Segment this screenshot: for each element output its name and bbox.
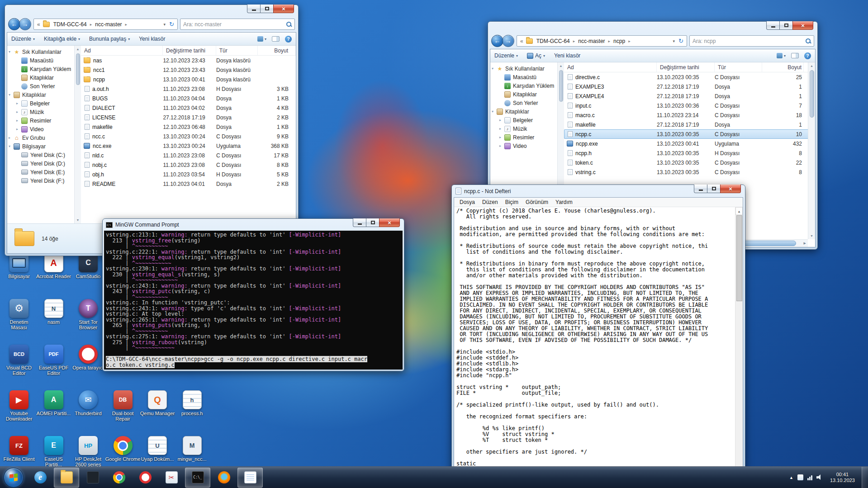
expand-arrow-icon[interactable]: ▾ <box>9 93 14 97</box>
taskbar-button[interactable] <box>211 468 237 488</box>
table-row[interactable]: makefile 12.10.2023 06:48 Dosya 1 KB <box>81 122 296 132</box>
desktop-icon[interactable]: E EaseUS Partiti... <box>37 436 71 467</box>
minimize-button[interactable] <box>353 218 366 227</box>
sidebar-scrollbar[interactable]: ▲ ▼ <box>74 46 81 223</box>
tray-app-icon[interactable] <box>797 474 803 480</box>
table-row[interactable]: README 11.10.2023 04:01 Dosya 2 KB <box>81 179 296 189</box>
desktop-icon[interactable]: M mingw_ncc... <box>175 436 209 462</box>
sidebar-item[interactable]: Kitaplıklar <box>490 90 557 99</box>
minimize-button[interactable] <box>766 21 780 30</box>
table-row[interactable]: LICENSE 27.12.2018 17:19 Dosya 2 KB <box>81 113 296 122</box>
desktop-icon[interactable]: h process.h <box>175 390 209 416</box>
desktop-icon[interactable]: ⚙ Denetim Masası <box>2 299 36 330</box>
taskbar-button[interactable] <box>133 468 158 488</box>
sidebar-item[interactable]: ▾ Bilgisayar <box>7 142 74 151</box>
sidebar-item[interactable]: Yerel Disk (F:) <box>7 176 74 185</box>
table-row[interactable]: vstring.c 13.10.2023 00:35 C Dosyası 8 <box>564 167 815 177</box>
scroll-down-icon[interactable]: ▼ <box>810 232 813 239</box>
desktop-icon[interactable]: BCD Visual BCD Editor <box>2 345 36 376</box>
table-row[interactable]: ncc.c 13.10.2023 00:24 C Dosyası 9 KB <box>81 132 296 141</box>
desktop-icon[interactable]: FZ FileZilla Client <box>2 436 36 462</box>
network-icon[interactable] <box>807 475 812 480</box>
breadcrumb-label[interactable]: ncpp <box>612 38 626 44</box>
sidebar-item[interactable]: Kitaplıklar <box>7 73 74 82</box>
column-header[interactable]: Değiştirme tarihi <box>163 46 216 55</box>
desktop-icon[interactable]: PDF EaseUS PDF Editor <box>37 345 71 376</box>
taskbar-button[interactable] <box>159 468 184 488</box>
sidebar-item[interactable]: ▸ Müzik <box>7 108 74 116</box>
breadcrumb-segment[interactable]: TDM-GCC-64▸ <box>536 38 578 44</box>
toolbar-button[interactable]: Kitaplığa ekle▾ <box>44 36 80 42</box>
column-header[interactable]: Boyut <box>258 46 296 55</box>
console-output[interactable]: vstring.c:213:1: warning: return type de… <box>104 231 403 370</box>
views-button[interactable]: ▾ <box>777 53 786 58</box>
desktop-icon[interactable]: U Uyap Doküm... <box>140 436 175 462</box>
expand-arrow-icon[interactable]: ▾ <box>9 50 14 54</box>
breadcrumb-label[interactable]: TDM-GCC-64 <box>52 21 88 28</box>
address-bar[interactable]: « TDM-GCC-64▸ ncc-master▸ ▾ ↻ <box>33 19 178 30</box>
forward-button[interactable]: → <box>502 35 514 47</box>
menu-item[interactable]: Yardım <box>552 199 576 205</box>
breadcrumb-segment[interactable]: ncc-master▸ <box>94 21 129 28</box>
sidebar-item[interactable]: ▾ Sık Kullanılanlar <box>7 47 74 56</box>
sidebar-item[interactable]: Karşıdan Yüklem <box>490 81 557 90</box>
toolbar-button[interactable]: Düzenle▾ <box>11 36 35 42</box>
table-row[interactable]: ncpp.h 13.10.2023 00:35 H Dosyası 8 <box>564 148 815 158</box>
table-row[interactable]: DIALECT 11.10.2023 04:02 Dosya 4 KB <box>81 103 296 113</box>
show-desktop-button[interactable] <box>862 467 868 488</box>
scroll-right-icon[interactable]: ▶ <box>804 242 806 245</box>
taskbar-button[interactable] <box>54 468 79 488</box>
views-button[interactable]: ▾ <box>257 36 266 42</box>
chevron-right-icon[interactable]: ▸ <box>123 22 130 27</box>
desktop-icon[interactable]: A Acrobat Reader <box>37 253 71 279</box>
expand-arrow-icon[interactable]: ▾ <box>492 66 497 71</box>
toolbar-button[interactable]: Aç▾ <box>527 52 545 59</box>
sidebar-item[interactable]: Yerel Disk (D:) <box>7 159 74 168</box>
maximize-button[interactable] <box>779 21 793 30</box>
sidebar-item[interactable]: ▸ Ev Grubu <box>7 133 74 142</box>
table-row[interactable]: input.c 13.10.2023 00:36 C Dosyası 7 <box>564 101 815 110</box>
desktop-icon[interactable]: N nasm <box>37 299 71 325</box>
close-button[interactable]: × <box>273 5 294 13</box>
expand-arrow-icon[interactable]: ▸ <box>499 144 504 148</box>
scroll-up-icon[interactable]: ▲ <box>76 46 80 52</box>
table-row[interactable]: EXAMPLE4 27.12.2018 17:19 Dosya 1 <box>564 91 815 101</box>
minimize-button[interactable] <box>694 185 707 193</box>
desktop-icon[interactable]: DB Dual-boot Repair <box>106 390 140 422</box>
sidebar-item[interactable]: Son Yerler <box>7 82 74 90</box>
column-header[interactable]: Değiştirme tarihi <box>657 62 715 72</box>
table-row[interactable]: ncc1 12.10.2023 23:43 Dosya klasörü <box>81 65 296 75</box>
expand-arrow-icon[interactable]: ▸ <box>499 135 504 139</box>
expand-arrow-icon[interactable]: ▸ <box>16 110 21 114</box>
breadcrumb-label[interactable]: ncc-master <box>94 21 123 28</box>
menu-item[interactable]: Biçim <box>502 199 522 205</box>
table-row[interactable]: EXAMPLE3 27.12.2018 17:19 Dosya 1 <box>564 82 815 91</box>
close-button[interactable]: × <box>379 218 400 227</box>
sidebar-item[interactable]: ▸ Video <box>490 142 557 150</box>
help-button[interactable]: ? <box>285 36 292 43</box>
desktop-icon[interactable]: T Start Tor Browser <box>71 299 105 330</box>
forward-button[interactable]: → <box>19 18 31 30</box>
refresh-button[interactable]: ↻ <box>677 38 685 44</box>
scroll-up-icon[interactable]: ▲ <box>560 62 563 69</box>
notepad-vertical-scrollbar[interactable]: ▲ ▼ <box>735 207 743 476</box>
minimize-button[interactable] <box>247 5 261 13</box>
desktop-icon[interactable]: HP HP DeskJet 2600 series <box>71 436 105 467</box>
tray-expand-icon[interactable]: ▲ <box>789 475 793 480</box>
desktop-icon[interactable]: ✉ Thunderbird <box>71 390 105 416</box>
taskbar-button[interactable] <box>28 468 53 488</box>
breadcrumb-segment[interactable]: TDM-GCC-64▸ <box>52 21 95 28</box>
sidebar-item[interactable]: Yerel Disk (C:) <box>7 151 74 159</box>
help-button[interactable]: ? <box>804 52 811 59</box>
address-dropdown-arrow[interactable]: ▾ <box>671 39 678 43</box>
table-row[interactable]: macro.c 11.10.2023 23:14 C Dosyası 18 <box>564 110 815 120</box>
expand-arrow-icon[interactable]: ▸ <box>16 118 21 123</box>
sidebar-item[interactable]: Karşıdan Yüklem <box>7 65 74 73</box>
breadcrumb-segment[interactable]: ncpp▸ <box>612 38 633 44</box>
expand-arrow-icon[interactable]: ▸ <box>499 118 504 122</box>
scrollbar-thumb[interactable] <box>76 53 80 85</box>
sidebar-item[interactable]: Masaüstü <box>490 73 557 81</box>
chevron-right-icon[interactable]: ▸ <box>606 39 613 43</box>
desktop-icon[interactable]: ▶ Youtube Downloader <box>2 390 36 422</box>
notepad-text[interactable]: /* Copyright (c) 2018 Charles E. Youse (… <box>454 207 735 476</box>
